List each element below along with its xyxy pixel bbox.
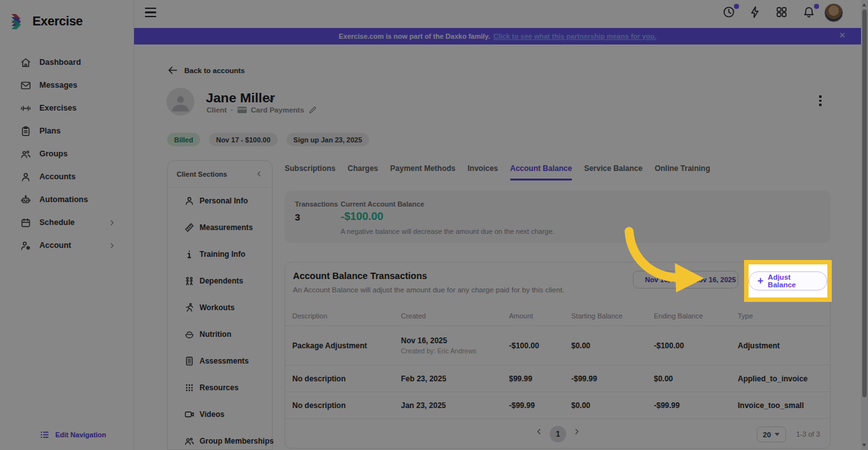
app-root: Exercise Dashboard Messages Exercises Pl… (0, 0, 868, 450)
highlight-box: + Adjust Balance (744, 260, 832, 302)
adjust-balance-button[interactable]: + Adjust Balance (749, 271, 827, 290)
plus-icon: + (757, 276, 763, 286)
adjust-balance-label: Adjust Balance (768, 273, 818, 289)
dim-overlay (0, 0, 868, 450)
